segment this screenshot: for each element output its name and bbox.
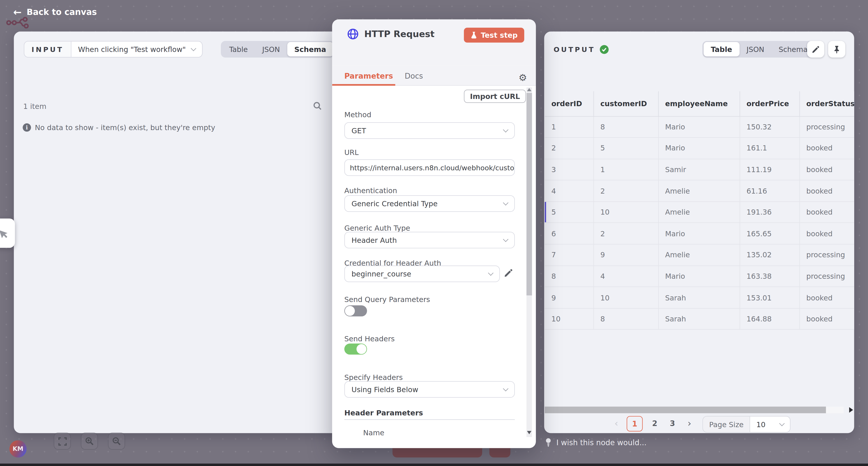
tab-docs[interactable]: Docs	[405, 71, 423, 80]
table-row[interactable]: 2 5 Mario 161.1 booked	[545, 138, 854, 159]
header-parameters-title: Header Parameters	[344, 409, 423, 417]
page-size-value: 10	[756, 420, 766, 429]
cell-customerID: 5	[593, 138, 658, 159]
table-row[interactable]: 1 8 Mario 150.32 processing	[545, 116, 854, 138]
input-panel-label-box: INPUT	[24, 41, 71, 57]
table-row[interactable]: 4 2 Amelie 61.16 booked	[545, 180, 854, 202]
back-arrow-icon: ←	[13, 7, 22, 17]
specify-headers-select[interactable]: Using Fields Below	[344, 381, 515, 398]
zoom-to-fit-button[interactable]	[54, 433, 71, 450]
cell-orderPrice: 111.19	[740, 159, 799, 180]
input-tab-schema[interactable]: Schema	[287, 42, 333, 57]
cell-orderStatus: booked	[799, 138, 854, 159]
fit-screen-icon	[58, 437, 67, 445]
zoom-in-button[interactable]	[81, 433, 98, 450]
generic-auth-type-label: Generic Auth Type	[344, 224, 410, 232]
send-query-parameters-label: Send Query Parameters	[344, 295, 430, 304]
lightbulb-icon	[545, 437, 552, 447]
edit-credential-button[interactable]	[504, 268, 513, 280]
input-tab-json[interactable]: JSON	[255, 42, 287, 57]
output-table-header-cell[interactable]: customerID	[593, 91, 658, 116]
horizontal-scrollbar-track[interactable]	[545, 407, 844, 413]
specify-headers-label: Specify Headers	[344, 373, 403, 382]
horizontal-scrollbar-thumb[interactable]	[545, 407, 826, 413]
previous-page-button[interactable]: ‹	[614, 418, 618, 429]
output-table-header-cell[interactable]: orderPrice	[740, 91, 799, 116]
header-parameter-name-label: Name	[363, 429, 384, 437]
output-view-tabs: Table JSON Schema	[703, 41, 816, 57]
output-tab-json[interactable]: JSON	[739, 42, 772, 57]
chevron-down-icon	[503, 386, 508, 391]
page-size-label: Page Size	[703, 417, 750, 432]
credential-select[interactable]: beginner_course	[344, 266, 500, 282]
send-headers-toggle[interactable]	[344, 343, 367, 355]
test-step-button[interactable]: Test step	[464, 28, 524, 42]
url-input[interactable]: https://internal.users.n8n.cloud/webhook…	[344, 159, 515, 176]
cell-orderStatus: processing	[799, 266, 854, 287]
back-to-canvas-button[interactable]: ← Back to canvas	[13, 7, 97, 17]
cell-orderID: 6	[545, 223, 594, 244]
table-row[interactable]: 7 9 Amelie 135.02 processing	[545, 244, 854, 266]
scroll-up-arrow-icon[interactable]	[527, 88, 531, 91]
url-label: URL	[344, 148, 359, 157]
input-empty-message: No data to show - item(s) exist, but the…	[35, 123, 215, 132]
scroll-down-arrow-icon[interactable]	[527, 431, 531, 434]
send-headers-label: Send Headers	[344, 335, 395, 343]
pin-icon	[833, 45, 841, 54]
node-feedback-text: I wish this node would...	[556, 438, 647, 446]
cursor-arrow-icon	[0, 228, 9, 239]
cell-customerID: 9	[593, 244, 658, 266]
edit-output-button[interactable]	[807, 41, 825, 57]
tab-parameters[interactable]: Parameters	[344, 71, 393, 80]
output-table: orderIDcustomerIDemployeeNameorderPriceo…	[545, 91, 854, 330]
output-header: OUTPUT	[554, 45, 609, 54]
globe-icon	[347, 28, 359, 40]
cell-customerID: 4	[593, 266, 658, 287]
input-search-button[interactable]	[313, 101, 322, 113]
cell-employeeName: Mario	[658, 138, 740, 159]
table-row[interactable]: 6 2 Mario 165.65 booked	[545, 223, 854, 244]
method-select[interactable]: GET	[344, 122, 515, 139]
avatar[interactable]: KM	[9, 440, 27, 458]
page-size-select[interactable]: 10	[750, 417, 790, 432]
success-check-icon	[600, 45, 609, 54]
import-curl-button[interactable]: Import cURL	[464, 90, 526, 103]
edge-pointer-button[interactable]	[0, 219, 15, 248]
input-tab-table[interactable]: Table	[222, 42, 255, 57]
output-panel-label: OUTPUT	[554, 45, 595, 54]
modal-scrollbar-thumb[interactable]	[526, 93, 532, 295]
scroll-right-arrow-icon[interactable]	[849, 407, 853, 412]
input-panel-label: INPUT	[32, 45, 64, 54]
output-tab-table[interactable]: Table	[704, 42, 739, 57]
input-source-value: When clicking "Test workflow"	[78, 45, 186, 54]
input-source-select[interactable]: When clicking "Test workflow"	[71, 41, 202, 57]
table-row[interactable]: 3 1 Samir 111.19 booked	[545, 159, 854, 180]
send-query-parameters-toggle[interactable]	[344, 305, 367, 317]
page-button-1[interactable]: 1	[627, 416, 643, 432]
cell-customerID: 8	[593, 116, 658, 138]
authentication-label: Authentication	[344, 186, 397, 195]
chevron-down-icon	[191, 45, 196, 51]
gear-icon[interactable]: ⚙	[519, 73, 527, 82]
output-table-header-cell[interactable]: orderID	[545, 91, 594, 116]
output-table-header-cell[interactable]: employeeName	[658, 91, 740, 116]
pin-output-button[interactable]	[828, 41, 845, 57]
chevron-down-icon	[503, 236, 508, 242]
table-row[interactable]: 8 4 Mario 163.38 processing	[545, 266, 854, 287]
zoom-out-icon	[112, 436, 121, 446]
table-row[interactable]: 5 10 Amelie 191.36 booked	[545, 201, 854, 223]
output-table-header-cell[interactable]: orderStatus	[799, 91, 854, 116]
node-feedback-link[interactable]: I wish this node would...	[545, 437, 647, 447]
page-button-3[interactable]: 3	[670, 419, 675, 428]
authentication-select[interactable]: Generic Credential Type	[344, 195, 515, 212]
test-step-label: Test step	[481, 31, 518, 39]
generic-auth-type-select[interactable]: Header Auth	[344, 232, 515, 248]
header-parameters-divider	[344, 419, 515, 420]
table-row[interactable]: 9 10 Sarah 153.01 booked	[545, 287, 854, 308]
zoom-out-button[interactable]	[108, 433, 125, 450]
page-button-2[interactable]: 2	[652, 419, 657, 428]
table-row[interactable]: 10 8 Sarah 164.88 booked	[545, 308, 854, 330]
active-tab-underline	[332, 84, 395, 86]
zoom-in-icon	[85, 436, 94, 446]
next-page-button[interactable]: ›	[688, 418, 691, 429]
